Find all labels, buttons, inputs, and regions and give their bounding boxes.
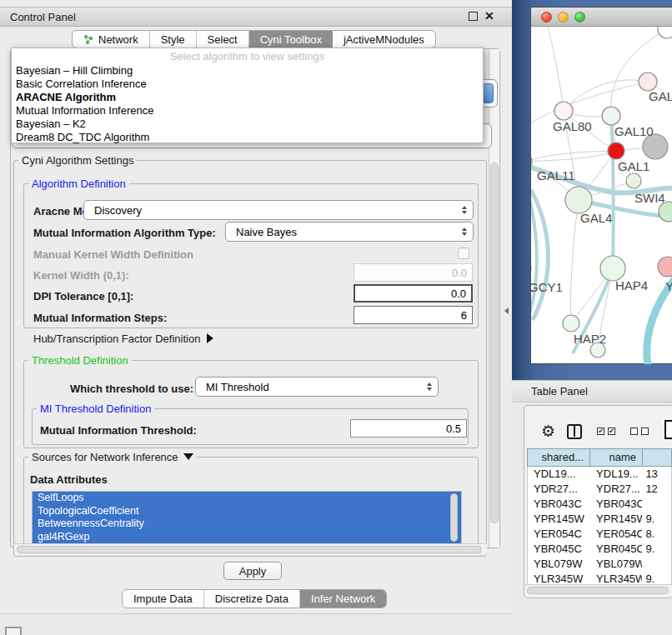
list-scrollbar-thumb[interactable] [450, 493, 458, 542]
tab-impute-data[interactable]: Impute Data [123, 590, 204, 608]
selected-value: MI Threshold [206, 381, 269, 393]
data-attributes-label: Data Attributes [30, 473, 108, 486]
cyni-bottom-tabs: Impute Data Discretize Data Infer Networ… [122, 589, 387, 608]
attribute-list-item[interactable]: gal4RGexp [33, 531, 461, 544]
corner-widget[interactable] [5, 627, 22, 635]
panel-divider-handle[interactable] [504, 307, 509, 314]
select-all-checks-icon[interactable]: ✔ ✔ [597, 428, 615, 435]
table-panel-title: Table Panel [531, 385, 588, 398]
table-row[interactable]: YDR27... YDR27... 12 [528, 482, 671, 497]
node-y[interactable] [658, 257, 672, 277]
attribute-list-item[interactable]: TopologicalCoefficient [33, 505, 461, 518]
tab-cyni-toolbox[interactable]: Cyni Toolbox [249, 31, 333, 48]
table-row[interactable]: YBL079W YBL079W [528, 557, 671, 572]
dropdown-item[interactable]: Basic Correlation Inference [12, 78, 483, 91]
columns-icon[interactable] [567, 424, 582, 439]
mi-steps-label: Mutual Information Steps: [33, 312, 167, 324]
expander-arrow-icon [207, 333, 213, 343]
settings-horizontal-scrollbar[interactable] [14, 543, 487, 554]
apply-button[interactable]: Apply [223, 562, 282, 580]
scrollbar-thumb[interactable] [17, 546, 482, 553]
tab-discretize-data[interactable]: Discretize Data [204, 590, 300, 608]
manual-kernel-width-checkbox[interactable] [458, 248, 469, 259]
network-window-titlebar[interactable] [531, 8, 672, 27]
manual-kernel-width-label: Manual Kernel Width Definition [33, 248, 193, 261]
dropdown-item[interactable]: Bayesian – Hill Climbing [12, 64, 483, 78]
tab-label: Impute Data [133, 592, 193, 605]
node-gal1[interactable] [608, 142, 624, 159]
node-label: GCY1 [531, 280, 563, 294]
dropdown-item[interactable]: Dream8 DC_TDC Algorithm [12, 131, 483, 144]
node-hap2[interactable] [563, 315, 579, 332]
mac-zoom-button[interactable] [574, 12, 585, 22]
tab-infer-network[interactable]: Infer Network [300, 590, 386, 608]
dpi-tolerance-field[interactable]: 0.0 [354, 284, 473, 302]
node[interactable] [658, 27, 672, 38]
tab-style[interactable]: Style [150, 31, 197, 48]
control-panel: Control Panel ✕ Network Style Select Cyn… [0, 0, 512, 614]
attribute-list-item[interactable]: SelfLoops [33, 492, 461, 505]
table-row[interactable]: YDL19... YDL19... 13 [528, 467, 671, 482]
table-row[interactable]: YLR345W YLR345W 9. [528, 572, 671, 584]
aracne-mode-select[interactable]: Discovery [83, 200, 474, 220]
dropdown-item[interactable]: Mutual Information Inference [12, 104, 483, 118]
tab-label: Style [161, 33, 185, 46]
network-canvas[interactable]: GAL GAL80 GAL10 GAL1 GAL11 SWI4 GAL4 GCY… [531, 27, 672, 364]
which-threshold-select[interactable]: MI Threshold [195, 377, 439, 397]
deselect-all-checks-icon[interactable] [630, 428, 649, 435]
node-gal4[interactable] [565, 187, 592, 213]
node-label: HAP2 [574, 332, 606, 346]
mac-close-button[interactable] [541, 12, 552, 22]
table-row[interactable]: YBR045C YBR045C 9. [528, 542, 671, 557]
node-gal10[interactable] [602, 107, 620, 125]
control-panel-titlebar: Control Panel [0, 7, 512, 27]
table-row[interactable]: YPR145W YPR145W 9. [528, 512, 671, 527]
node-swi4[interactable] [626, 173, 641, 188]
tab-label: Select [208, 33, 238, 46]
node-gal80[interactable] [554, 102, 573, 120]
tab-select[interactable]: Select [197, 31, 249, 48]
tab-network[interactable]: Network [73, 31, 150, 48]
algorithm-dropdown-list: Select algorithm to view settings Bayesi… [11, 48, 484, 143]
which-threshold-label: Which threshold to use: [70, 382, 193, 395]
dropdown-item[interactable]: ARACNE Algorithm [12, 91, 483, 104]
group-title: Algorithm Definition [28, 178, 129, 190]
node-label: GAL80 [553, 119, 592, 133]
scrollbar-thumb[interactable] [490, 162, 499, 523]
float-window-icon[interactable] [469, 12, 478, 21]
column-header[interactable] [643, 448, 672, 467]
node-label: GAL11 [537, 168, 575, 182]
sources-expander[interactable]: Sources for Network Inference [28, 451, 197, 463]
mi-threshold-label: Mutual Information Threshold: [40, 424, 197, 437]
node-label: HAP4 [615, 278, 648, 292]
node-gal[interactable] [639, 72, 657, 91]
mac-minimize-button[interactable] [558, 12, 569, 22]
tab-label: Network [98, 33, 138, 46]
column-header[interactable]: name [590, 448, 643, 467]
tab-jactivemnodules[interactable]: jActiveMNodules [333, 31, 435, 48]
apply-label: Apply [239, 565, 267, 578]
mi-steps-field[interactable]: 6 [354, 306, 473, 324]
node-hap4[interactable] [600, 256, 625, 281]
table-header-row: shared... name [527, 448, 672, 467]
unchecked-box-icon [630, 428, 638, 435]
selected-value: Discovery [94, 204, 142, 217]
scrollbar-thumb[interactable] [527, 587, 669, 594]
hub-definition-expander[interactable]: Hub/Transcription Factor Definition [33, 332, 213, 345]
attribute-list-item[interactable]: BetweennessCentrality [33, 518, 461, 531]
close-panel-icon[interactable]: ✕ [484, 9, 494, 22]
document-icon[interactable] [664, 420, 672, 439]
dropdown-item[interactable]: Bayesian – K2 [12, 118, 483, 131]
table-horizontal-scrollbar[interactable] [525, 584, 672, 596]
mi-algorithm-type-select[interactable]: Naive Bayes [225, 222, 474, 242]
mi-threshold-field[interactable]: 0.5 [350, 419, 467, 438]
gear-icon[interactable]: ⚙ [541, 422, 555, 441]
kernel-width-field[interactable]: 0.0 [354, 263, 473, 282]
column-header[interactable]: shared... [527, 448, 590, 467]
table-body[interactable]: YDL19... YDL19... 13 YDR27... YDR27... 1… [527, 467, 672, 584]
tab-label: Infer Network [311, 592, 375, 605]
tab-label: jActiveMNodules [344, 33, 424, 46]
table-row[interactable]: YBR043C YBR043C [528, 497, 671, 512]
table-row[interactable]: YER054C YER054C 8. [528, 527, 671, 542]
node-label: GAL1 [618, 159, 649, 173]
